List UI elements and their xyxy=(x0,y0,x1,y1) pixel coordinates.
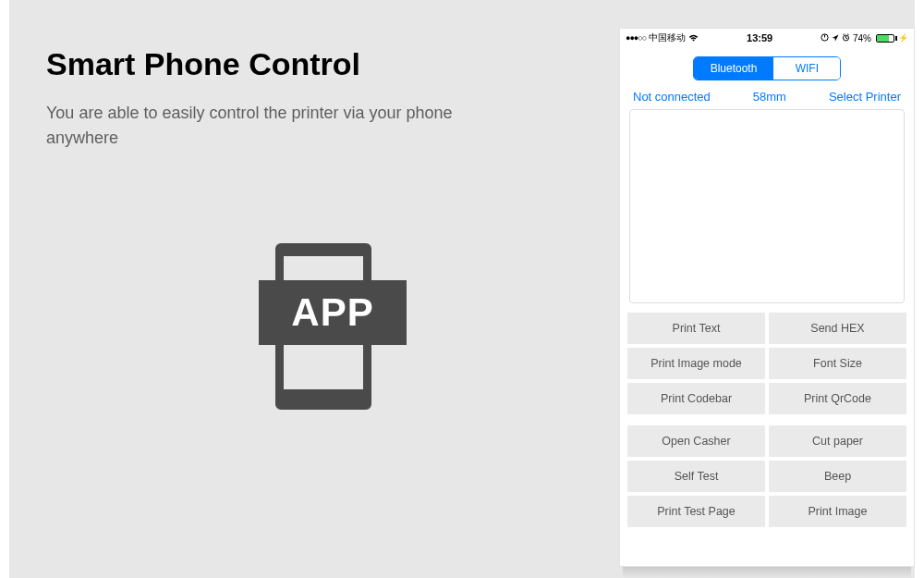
alarm-icon xyxy=(842,33,850,43)
battery-label: 74% xyxy=(853,33,871,43)
open-casher-button[interactable]: Open Casher xyxy=(627,425,765,457)
signal-icon: ●●●○○ xyxy=(626,33,646,43)
carrier-label: 中国移动 xyxy=(649,31,686,44)
print-codebar-button[interactable]: Print Codebar xyxy=(627,383,765,414)
battery-icon: ⚡ xyxy=(874,33,908,43)
orientation-lock-icon xyxy=(821,33,829,43)
phone-shadow xyxy=(623,567,911,578)
print-image-mode-button[interactable]: Print Image mode xyxy=(627,348,765,379)
connection-segmented: Bluetooth WIFI xyxy=(693,56,842,80)
select-printer-link[interactable]: Select Printer xyxy=(829,90,901,104)
app-graphic: APP xyxy=(46,243,601,410)
phone-mockup: ●●●○○ 中国移动 13:59 xyxy=(619,28,915,578)
page-subtitle: You are able to easily control the print… xyxy=(46,101,471,151)
paper-width[interactable]: 58mm xyxy=(753,90,786,104)
print-test-page-button[interactable]: Print Test Page xyxy=(627,496,765,527)
tab-bluetooth[interactable]: Bluetooth xyxy=(694,57,774,80)
font-size-button[interactable]: Font Size xyxy=(769,348,906,379)
page-title: Smart Phone Control xyxy=(46,46,601,82)
marketing-panel: Smart Phone Control You are able to easi… xyxy=(9,0,915,578)
text-input-area[interactable] xyxy=(629,109,905,303)
clock: 13:59 xyxy=(747,32,772,43)
wifi-icon xyxy=(688,33,699,43)
button-group-2: Open Casher Cut paper Self Test Beep Pri… xyxy=(627,425,906,527)
self-test-button[interactable]: Self Test xyxy=(627,461,765,492)
send-hex-button[interactable]: Send HEX xyxy=(769,313,906,344)
print-qrcode-button[interactable]: Print QrCode xyxy=(769,383,906,414)
location-icon xyxy=(832,33,839,43)
print-text-button[interactable]: Print Text xyxy=(627,313,765,344)
app-label: APP xyxy=(259,280,407,345)
status-bar: ●●●○○ 中国移动 13:59 xyxy=(620,29,914,45)
cut-paper-button[interactable]: Cut paper xyxy=(769,425,906,457)
print-image-button[interactable]: Print Image xyxy=(769,496,906,527)
beep-button[interactable]: Beep xyxy=(769,461,906,492)
button-group-1: Print Text Send HEX Print Image mode Fon… xyxy=(627,313,906,414)
connection-status[interactable]: Not connected xyxy=(633,90,711,104)
tab-wifi[interactable]: WIFI xyxy=(773,57,840,80)
